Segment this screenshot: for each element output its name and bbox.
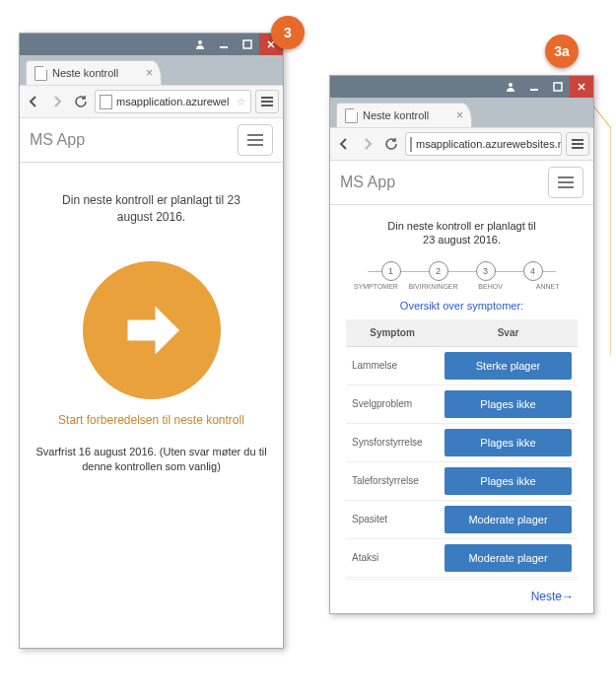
titlebar bbox=[20, 34, 283, 55]
url-text: msapplication.azurewel bbox=[116, 96, 229, 107]
app-menu-button[interactable] bbox=[238, 124, 273, 156]
titlebar bbox=[330, 76, 593, 98]
browser-window-right: Neste kontroll × msapplication.azurewebs… bbox=[329, 75, 594, 614]
tab-close-icon[interactable]: × bbox=[146, 66, 153, 80]
svg-point-2 bbox=[198, 40, 202, 44]
answer-button[interactable]: Moderate plager bbox=[445, 544, 572, 572]
user-icon bbox=[499, 76, 522, 98]
browser-tab[interactable]: Neste kontroll × bbox=[336, 103, 472, 127]
svg-rect-9 bbox=[554, 83, 562, 91]
symptom-cell: Spasitet bbox=[346, 500, 439, 538]
answer-button[interactable]: Sterke plager bbox=[445, 352, 572, 380]
browser-tab[interactable]: Neste kontroll × bbox=[26, 60, 162, 85]
forward-button[interactable] bbox=[47, 91, 67, 112]
svg-rect-3 bbox=[220, 46, 228, 48]
tab-close-icon[interactable]: × bbox=[456, 108, 463, 122]
right-content: Din neste kontroll er planlagt til 23 au… bbox=[330, 205, 593, 613]
page-url-icon bbox=[100, 95, 112, 109]
tab-title: Neste kontroll bbox=[52, 67, 118, 79]
callout-3: 3 bbox=[271, 16, 305, 49]
chrome-menu-button[interactable] bbox=[255, 90, 279, 113]
back-button[interactable] bbox=[334, 133, 354, 155]
page-icon bbox=[345, 108, 358, 123]
start-link[interactable]: Start forberedelsen til neste kontroll bbox=[58, 413, 244, 427]
planned-text: Din neste kontroll er planlagt til 23 au… bbox=[346, 219, 578, 247]
page-icon bbox=[34, 66, 47, 81]
table-row: SvelgproblemPlages ikke bbox=[346, 384, 578, 423]
step-2[interactable]: 2 bbox=[429, 261, 448, 281]
answer-button[interactable]: Plages ikke bbox=[445, 467, 572, 495]
callout-3a: 3a bbox=[545, 35, 579, 68]
step-1[interactable]: 1 bbox=[381, 261, 401, 281]
back-button[interactable] bbox=[24, 91, 43, 112]
step-3[interactable]: 3 bbox=[476, 261, 496, 281]
answer-button[interactable]: Moderate plager bbox=[445, 506, 572, 533]
symptom-table: Symptom Svar LammelseSterke plagerSvelgp… bbox=[346, 319, 578, 578]
forward-button[interactable] bbox=[358, 133, 377, 155]
symptom-cell: Synsforstyrrelse bbox=[346, 423, 439, 461]
bookmark-star-icon[interactable]: ☆ bbox=[237, 96, 246, 108]
next-link[interactable]: Neste→ bbox=[531, 590, 574, 603]
maximize-button[interactable] bbox=[546, 76, 570, 98]
svg-rect-4 bbox=[243, 40, 251, 48]
app-title: MS App bbox=[340, 174, 395, 191]
answer-button[interactable]: Plages ikke bbox=[445, 429, 572, 456]
svg-point-7 bbox=[509, 83, 513, 87]
reload-button[interactable] bbox=[71, 91, 91, 112]
symptom-cell: Ataksi bbox=[346, 538, 439, 577]
arrow-right-icon bbox=[117, 296, 186, 365]
next-link-row: Neste→ bbox=[346, 579, 578, 607]
minimize-button[interactable] bbox=[522, 76, 546, 98]
table-row: SynsforstyrrelsePlages ikke bbox=[346, 423, 578, 461]
overview-heading: Oversikt over symptomer: bbox=[346, 300, 578, 312]
table-row: TaleforstyrrelsePlages ikke bbox=[346, 461, 578, 500]
table-row: LammelseSterke plager bbox=[346, 346, 578, 384]
address-bar: msapplication.azurewel ☆ bbox=[20, 85, 283, 118]
tab-strip: Neste kontroll × bbox=[20, 55, 283, 85]
left-content: Din neste kontroll er planlagt til 23 au… bbox=[20, 163, 283, 648]
chrome-menu-button[interactable] bbox=[566, 132, 589, 156]
col-answer: Svar bbox=[439, 319, 578, 347]
step-labels: SYMPTOMER BIVIRKNINGER BEHOV ANNET bbox=[346, 283, 578, 290]
url-box[interactable]: msapplication.azurewebsites.net/surve ☆ bbox=[405, 132, 562, 156]
reload-button[interactable] bbox=[381, 133, 401, 155]
table-row: AtaksiModerate plager bbox=[346, 538, 578, 577]
symptom-cell: Svelgproblem bbox=[346, 384, 439, 423]
symptom-cell: Taleforstyrrelse bbox=[346, 461, 439, 500]
planned-text: Din neste kontroll er planlagt til 23 au… bbox=[53, 192, 250, 226]
table-row: SpasitetModerate plager bbox=[346, 500, 578, 538]
app-menu-button[interactable] bbox=[548, 167, 583, 198]
deadline-text: Svarfrist 16 august 2016. (Uten svar møt… bbox=[28, 445, 275, 475]
symptom-cell: Lammelse bbox=[346, 346, 439, 384]
close-button[interactable] bbox=[570, 76, 593, 98]
app-header: MS App bbox=[330, 161, 593, 205]
address-bar: msapplication.azurewebsites.net/surve ☆ bbox=[330, 127, 593, 161]
step-4[interactable]: 4 bbox=[523, 261, 543, 281]
svg-rect-8 bbox=[530, 89, 538, 91]
browser-window-left: Neste kontroll × msapplication.azurewel … bbox=[19, 33, 284, 649]
start-button[interactable] bbox=[83, 261, 221, 399]
answer-button[interactable]: Plages ikke bbox=[445, 390, 572, 418]
minimize-button[interactable] bbox=[212, 34, 236, 55]
url-box[interactable]: msapplication.azurewel ☆ bbox=[95, 90, 251, 113]
stepper: 1 2 3 4 bbox=[346, 261, 578, 281]
tab-title: Neste kontroll bbox=[363, 109, 429, 121]
url-text: msapplication.azurewebsites.net/surve bbox=[416, 138, 562, 150]
maximize-button[interactable] bbox=[236, 34, 259, 55]
app-title: MS App bbox=[30, 131, 85, 149]
user-icon bbox=[188, 34, 212, 55]
tab-strip: Neste kontroll × bbox=[330, 98, 593, 127]
page-url-icon bbox=[410, 137, 412, 152]
app-header: MS App bbox=[20, 118, 283, 163]
col-symptom: Symptom bbox=[346, 319, 439, 347]
